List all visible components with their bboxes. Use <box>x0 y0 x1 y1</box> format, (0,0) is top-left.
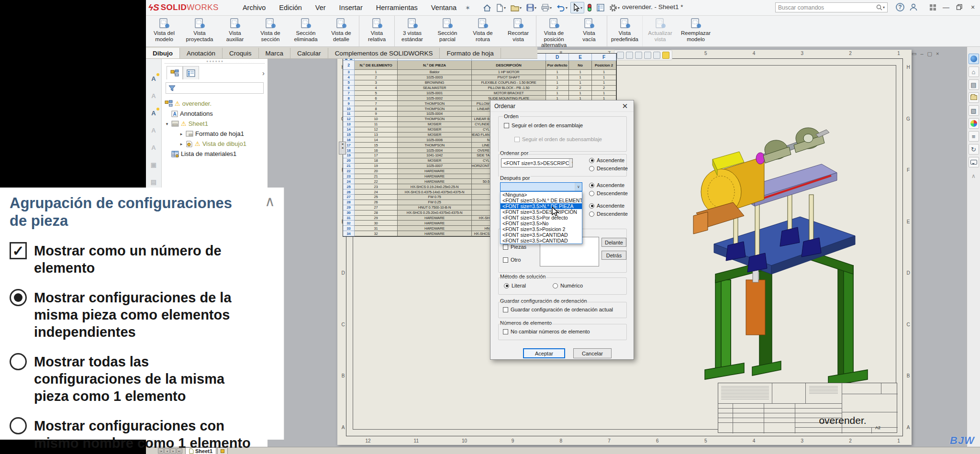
3d-content-icon[interactable] <box>969 54 979 64</box>
options-button[interactable]: ▾ <box>607 2 622 13</box>
command-tab[interactable]: Anotación <box>180 48 223 58</box>
bom-header-cell[interactable]: N.° DE ELEMENTO <box>355 61 398 70</box>
bom-header-cell[interactable]: Posicion 2 <box>592 61 616 70</box>
follow-assembly-order-checkbox[interactable]: Seguir el orden de ensamblaje <box>504 122 583 128</box>
weld-symbol-icon[interactable]: A <box>149 143 158 153</box>
bom-cell-pieza[interactable]: SEALMASTER <box>398 86 472 91</box>
toolbar-button[interactable]: Vista predefinida <box>607 16 642 46</box>
toolbar-button[interactable]: Vista de sección <box>253 16 288 46</box>
doc-minimize-icon[interactable]: – <box>920 51 923 57</box>
datum-feature-icon[interactable]: ▤ <box>149 177 158 187</box>
bom-cell-pieza[interactable]: 1025-0001 <box>398 91 472 96</box>
bom-row-number[interactable]: 7 <box>343 91 355 96</box>
bom-cell-no[interactable]: 1 <box>569 75 592 80</box>
bom-cell-elemento[interactable]: 22 <box>355 179 398 184</box>
restore-icon[interactable] <box>954 2 965 12</box>
bom-cell-pieza[interactable]: FW 0.75 <box>398 195 472 200</box>
doc-menu-icon[interactable]: ▭ <box>912 51 916 57</box>
tree-item-drawing-view[interactable]: ▸ ⚠ Vista de dibujo1 <box>165 139 267 149</box>
bom-row-number[interactable]: 29 <box>343 205 355 210</box>
command-tab[interactable]: Calcular <box>290 48 328 58</box>
bom-cell-pieza[interactable]: 1025-0003 <box>398 75 472 80</box>
bom-cell-elemento[interactable]: 13 <box>355 133 398 138</box>
doc-restore-icon[interactable]: ▢ <box>927 51 932 57</box>
bom-row-number[interactable]: 4 <box>343 75 355 80</box>
bom-cell-pieza[interactable]: MOSIER <box>398 133 472 138</box>
bom-row[interactable]: 4 2 1025-0003 PIVOT SHAFT 1 1 1 <box>343 75 616 80</box>
home-icon[interactable]: ⌂ <box>969 66 979 77</box>
bom-cell-elemento[interactable]: 5 <box>355 91 398 96</box>
dropdown-option[interactable]: <FONT size=3.5>CANTIDAD <box>501 232 582 238</box>
menu-item[interactable]: Archivo <box>237 2 271 13</box>
dropdown-option[interactable]: <FONT size=3.5>CANTIDAD <box>501 238 582 244</box>
tree-filter[interactable] <box>166 82 264 94</box>
bom-cell-no[interactable]: 1 <box>569 91 592 96</box>
bom-row-number[interactable]: 28 <box>343 200 355 205</box>
menu-item[interactable]: Herramientas <box>370 2 423 13</box>
tree-item-label[interactable]: overender. <box>182 100 212 107</box>
bom-cell-elemento[interactable]: 16 <box>355 148 398 153</box>
bom-cell-no[interactable]: 1 <box>569 70 592 75</box>
toolbar-button[interactable]: Recortar vista <box>501 16 536 46</box>
bom-header-cell[interactable]: No <box>569 61 592 70</box>
toolbar-button[interactable]: Sección parcial <box>430 16 465 46</box>
bom-cell-elemento[interactable]: 11 <box>355 122 398 127</box>
bom-row-number[interactable]: 30 <box>343 210 355 216</box>
sort-by-dropdown[interactable]: <FONT size=3.5>DESCRIPC ∨ <box>501 158 573 167</box>
bom-cell-pieza[interactable]: HARDWARE <box>398 174 472 179</box>
tree-item-bom[interactable]: Lista de materiales1 <box>165 149 267 159</box>
expand-chevron-icon[interactable]: ▸ <box>179 132 184 136</box>
bom-cell-pieza[interactable]: HX-SHCS 0.19-24x0.25x0.25-N <box>398 184 472 189</box>
bom-cell-pieza[interactable]: THOMPSON <box>398 101 472 106</box>
checkbox-icon[interactable] <box>503 329 508 334</box>
note-tool-icon[interactable]: A <box>149 74 158 84</box>
toolbar-button[interactable]: Vista auxiliar <box>217 16 253 46</box>
bom-row-number[interactable]: 23 <box>343 174 355 179</box>
dropdown-option[interactable]: <FONT size=3.5>N.° DE ELEMENTO <box>501 198 582 203</box>
tree-item-label[interactable]: Vista de dibujo1 <box>202 140 246 147</box>
then-by-open-list[interactable]: <Ninguna><FONT size=3.5>N.° DE ELEMENTO<… <box>500 191 582 244</box>
bom-row-number[interactable]: 11 <box>343 111 355 117</box>
bom-cell-elemento[interactable]: 20 <box>355 169 398 174</box>
view-orientation-icon[interactable] <box>635 52 642 59</box>
balloon-tool-icon[interactable]: A <box>149 91 158 101</box>
collapse-chevron-icon[interactable]: ∧ <box>265 194 275 230</box>
bom-cell-elemento[interactable]: 23 <box>355 184 398 189</box>
toolbar-button[interactable]: Vista vacía <box>571 16 607 46</box>
display-style-icon[interactable] <box>644 52 651 59</box>
radio-icon[interactable] <box>504 283 509 288</box>
bom-row[interactable]: 5 3 BROWNING FLEXIBLE COUPLING - 1.50 BO… <box>343 80 616 86</box>
bom-cell-elemento[interactable]: 3 <box>355 80 398 86</box>
bom-cell-elemento[interactable]: 30 <box>355 221 398 226</box>
radio-icon[interactable] <box>589 166 594 171</box>
bom-side-handle[interactable]: ◂◂ <box>339 142 346 155</box>
chevron-down-icon[interactable]: ∨ <box>575 183 582 191</box>
checkbox-icon[interactable] <box>503 307 508 312</box>
menu-item[interactable]: Edición <box>273 2 308 13</box>
bom-cell-elemento[interactable]: 8 <box>355 106 398 111</box>
piezas-checkbox[interactable]: Piezas <box>503 244 526 250</box>
bom-cell-pieza[interactable]: 1025-0004 <box>398 148 472 153</box>
update-icon[interactable]: ↻ <box>969 144 979 155</box>
surface-finish-icon[interactable]: A <box>149 126 158 135</box>
bom-row-number[interactable]: 34 <box>343 231 355 236</box>
bom-cell-pieza[interactable]: HARDWARE <box>398 169 472 174</box>
pin-menu-icon[interactable]: ✶ <box>465 4 470 11</box>
bom-cell-elemento[interactable]: 2 <box>355 75 398 80</box>
bom-row-number[interactable]: 12 <box>343 117 355 122</box>
dropdown-option[interactable]: <FONT size=3.5>Posicion 2 <box>501 226 582 232</box>
dropdown-option[interactable]: <FONT size=3.5>DESCRIPCIÓN <box>501 209 582 215</box>
bom-cell-elemento[interactable]: 12 <box>355 127 398 133</box>
bom-row-number[interactable]: 2 <box>343 61 355 70</box>
checkbox-icon[interactable] <box>503 257 508 263</box>
bom-cell-pieza[interactable]: 1041-1042 <box>398 153 472 158</box>
command-tab[interactable]: Dibujo <box>146 48 180 58</box>
dialog-titlebar[interactable]: Ordenar ✕ <box>490 100 634 112</box>
bom-cell-pieza[interactable]: 1025-0007 <box>398 164 472 169</box>
bom-row-number[interactable]: 3 <box>343 70 355 75</box>
tree-item-annotations[interactable]: A Annotations <box>165 109 267 119</box>
command-tab[interactable]: Formato de hoja <box>440 48 501 58</box>
bom-cell-pieza[interactable]: HARDWARE <box>398 231 472 236</box>
tree-item-sheet-format[interactable]: ▸ Formato de hoja1 <box>165 129 267 139</box>
bom-cell-elemento[interactable]: 6 <box>355 96 398 101</box>
